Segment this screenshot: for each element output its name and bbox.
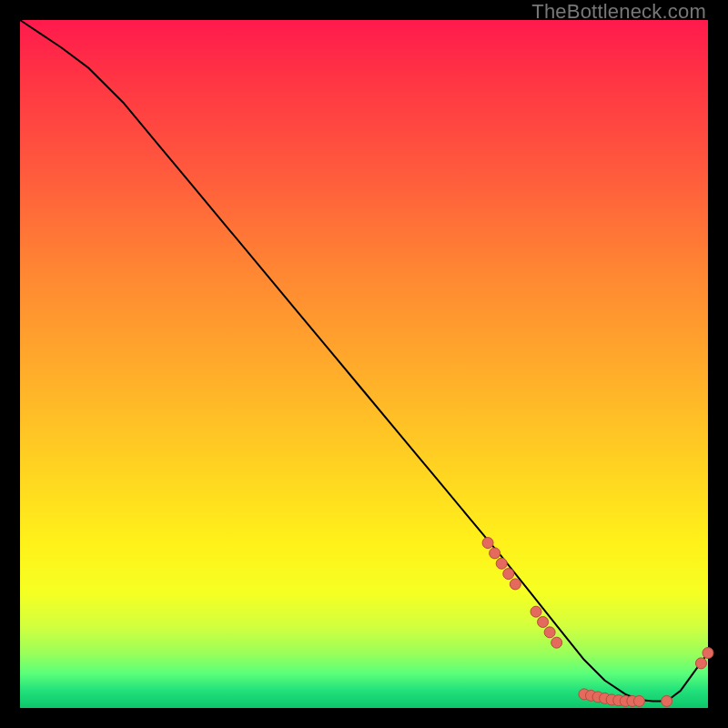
data-point [633, 695, 644, 706]
data-point [703, 648, 713, 659]
data-points-group [482, 538, 713, 707]
bottleneck-curve [20, 20, 708, 701]
data-point [503, 569, 514, 580]
data-point [496, 558, 507, 569]
data-point [490, 548, 500, 559]
chart-overlay [20, 20, 708, 708]
data-point [510, 579, 521, 590]
data-point [551, 637, 562, 648]
data-point [662, 695, 672, 706]
data-point [531, 606, 541, 617]
data-point [538, 617, 549, 628]
data-point [695, 658, 706, 669]
data-point [544, 627, 555, 638]
chart-frame: TheBottleneck.com [0, 0, 728, 728]
data-point [482, 538, 493, 549]
